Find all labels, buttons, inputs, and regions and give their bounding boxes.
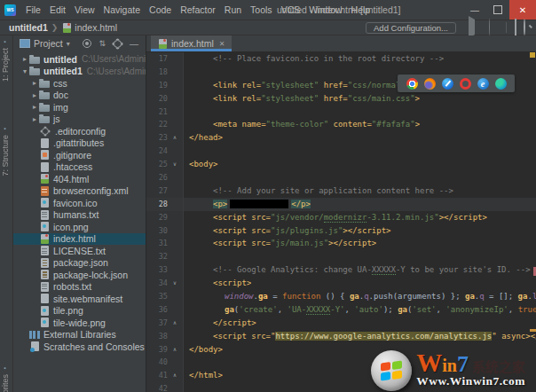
tree-item-404-html[interactable]: 404.html (13, 173, 146, 185)
browser-firefox-icon[interactable] (424, 78, 436, 90)
tree-expand-icon[interactable]: ▸ (30, 115, 39, 123)
tree-item--gitattributes[interactable]: .gitattributes (13, 137, 146, 150)
code-line-24[interactable]: 24 (146, 145, 536, 158)
minimize-button[interactable]: — (463, 0, 486, 20)
tree-item-css[interactable]: ▸css (13, 77, 146, 90)
tool-window-strip: 1: Project 7: Structure Favorites (0, 35, 13, 392)
code-line-29[interactable]: 29<script src="js/vendor/modernizr-3.11.… (146, 211, 536, 224)
tree-item-scratches-and-consoles[interactable]: Scratches and Consoles (13, 341, 146, 353)
tool-strip-structure[interactable]: 7: Structure (1, 126, 10, 176)
code-line-23[interactable]: 23∧</head> (146, 131, 536, 145)
locate-file-icon[interactable] (83, 39, 91, 48)
tree-item-external-libraries[interactable]: External Libraries (13, 329, 146, 341)
menu-code[interactable]: Code (145, 0, 176, 20)
tree-item-humans-txt[interactable]: humans.txt (13, 209, 146, 222)
tab-index-html[interactable]: index.html ✕ (151, 35, 232, 51)
code-line-17[interactable]: 17<!-- Place favicon.ico in the root dir… (146, 52, 536, 66)
project-panel-title[interactable]: Project (34, 38, 63, 49)
tree-item-icon-png[interactable]: icon.png (13, 221, 146, 233)
code-line-25[interactable]: 25∨<body> (146, 158, 536, 171)
tree-expand-icon[interactable]: ▸ (20, 55, 29, 63)
code-line-38[interactable]: 38<script src="https://www.google-analyt… (146, 330, 536, 343)
tree-item-robots-txt[interactable]: robots.txt (13, 281, 146, 294)
search-everywhere-button[interactable] (524, 20, 527, 35)
code-text: <script src="https://www.google-analytic… (184, 330, 536, 343)
tree-item-favicon-ico[interactable]: favicon.ico (13, 197, 146, 209)
menu-view[interactable]: View (70, 0, 99, 20)
tree-item-tile-wide-png[interactable]: tile-wide.png (13, 317, 146, 329)
tree-item-index-html[interactable]: index.html (13, 233, 146, 246)
code-line-30[interactable]: 30<script src="js/plugins.js"></script> (146, 224, 536, 238)
add-configuration-button[interactable]: Add Configuration... (366, 22, 456, 34)
code-line-22[interactable]: 22<meta name="theme-color" content="#faf… (146, 118, 536, 131)
tree-item-untitled[interactable]: ▸untitledC:\Users\Administrato (13, 53, 146, 66)
fold-icon[interactable]: ∧ (168, 343, 182, 357)
close-button[interactable]: ✕ (509, 0, 536, 20)
code-line-31[interactable]: 31<script src="js/main.js"></script> (146, 237, 536, 250)
tree-item--htaccess[interactable]: .htaccess (13, 161, 146, 174)
tree-item--gitignore[interactable]: .gitignore (13, 149, 146, 161)
tree-item-browserconfig-xml[interactable]: browserconfig.xml (13, 185, 146, 198)
code-line-20[interactable]: 20<link rel="stylesheet" href="css/main.… (146, 92, 536, 106)
code-line-21[interactable]: 21 (146, 106, 536, 119)
tree-item-js[interactable]: ▸js (13, 114, 146, 126)
folder-icon (39, 92, 50, 99)
fold-icon[interactable]: ∨ (168, 277, 182, 290)
browser-chrome-icon[interactable] (406, 78, 418, 90)
tree-item-license-txt[interactable]: LICENSE.txt (13, 245, 146, 257)
menu-tools[interactable]: Tools (246, 0, 277, 20)
code-line-28[interactable]: 28<p></p> (146, 198, 536, 211)
chevron-down-icon[interactable]: ▾ (67, 40, 70, 48)
menu-navigate[interactable]: Navigate (99, 0, 145, 20)
tree-item--editorconfig[interactable]: .editorconfig (13, 125, 146, 137)
code-line-33[interactable]: 33<!-- Google Analytics: change UA-XXXXX… (146, 263, 536, 277)
error-stripe-marker[interactable] (530, 52, 535, 58)
fold-icon[interactable]: ∧ (168, 369, 182, 382)
close-tab-icon[interactable]: ✕ (219, 40, 225, 48)
tree-item-doc[interactable]: ▸doc (13, 90, 146, 102)
code-line-35[interactable]: 35window.ga = function () { ga.q.push(ar… (146, 290, 536, 303)
tree-item-package-lock-json[interactable]: package-lock.json (13, 269, 146, 281)
gear-icon[interactable] (114, 40, 122, 48)
menu-edit[interactable]: Edit (45, 0, 70, 20)
tool-strip-favorites[interactable]: Favorites (1, 365, 10, 392)
code-line-37[interactable]: 37∧</script> (146, 317, 536, 330)
scrollbar-warning-mark[interactable] (530, 329, 536, 332)
tree-expand-icon[interactable]: ▸ (30, 79, 39, 87)
code-line-34[interactable]: 34∨<script> (146, 277, 536, 290)
run-button[interactable] (469, 20, 475, 35)
code-line-27[interactable]: 27<!-- Add your site or application cont… (146, 184, 536, 198)
tool-strip-project[interactable]: 1: Project (1, 39, 10, 82)
gutter-cell: 24 (146, 145, 184, 158)
menu-refactor[interactable]: Refactor (176, 0, 220, 20)
breadcrumb-project[interactable]: untitled1 (9, 22, 48, 33)
menu-file[interactable]: File (21, 0, 45, 20)
code-line-32[interactable]: 32 (146, 250, 536, 263)
collapse-all-icon[interactable]: ⇅ (99, 39, 106, 48)
breadcrumb-file[interactable]: index.html (75, 22, 117, 33)
menu-run[interactable]: Run (220, 0, 246, 20)
browser-opera-icon[interactable] (460, 78, 471, 90)
tree-item-untitled1[interactable]: ▾untitled1C:\Users\Administrat (13, 66, 146, 78)
code-line-26[interactable]: 26 (146, 171, 536, 184)
browser-safari-icon[interactable] (442, 78, 453, 90)
browser-ie-icon[interactable]: e (477, 78, 489, 90)
tree-item-site-webmanifest[interactable]: site.webmanifest (13, 293, 146, 305)
code-line-36[interactable]: 36ga('create', 'UA-XXXXX-Y', 'auto'); ga… (146, 303, 536, 317)
tree-expand-icon[interactable]: ▸ (30, 91, 39, 99)
fold-icon[interactable]: ∧ (168, 131, 182, 145)
hide-panel-icon[interactable]: — (130, 39, 138, 49)
tree-item-img[interactable]: ▸img (13, 101, 146, 114)
tree-item-package-json[interactable]: package.json (13, 257, 146, 270)
tree-expand-icon[interactable]: ▸ (30, 103, 39, 111)
fold-icon[interactable]: ∧ (168, 317, 182, 330)
tree-item-tile-png[interactable]: tile.png (13, 305, 146, 318)
code-editor[interactable]: 17<!-- Place favicon.ico in the root dir… (146, 51, 536, 392)
tree-expand-icon[interactable]: ▾ (20, 67, 29, 75)
toolwindow-button[interactable] (515, 20, 516, 35)
fold-icon[interactable]: ∨ (168, 158, 182, 171)
profiler-button[interactable] (489, 20, 491, 35)
line-number: 21 (146, 106, 168, 119)
maximize-button[interactable] (486, 0, 509, 20)
browser-edge-icon[interactable] (495, 78, 507, 90)
